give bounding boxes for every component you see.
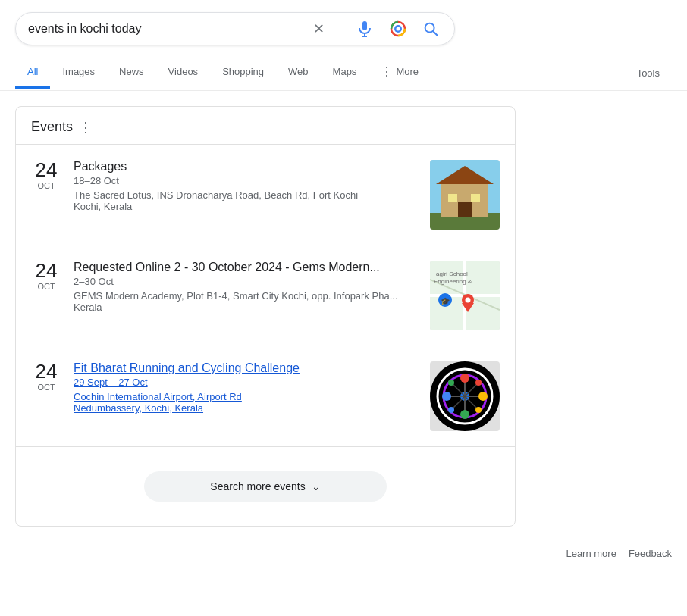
events-section-title: Events — [31, 119, 73, 135]
event-location-2b: Kerala — [74, 302, 418, 313]
event-location-1a: The Sacred Lotus, INS Dronacharya Road, … — [74, 189, 418, 201]
chevron-down-icon: ⌄ — [312, 480, 321, 492]
event-day-1: 24 — [36, 160, 58, 180]
tab-images[interactable]: Images — [50, 57, 107, 89]
tab-news[interactable]: News — [107, 57, 156, 89]
svg-rect-0 — [362, 21, 367, 30]
voice-search-button[interactable] — [353, 17, 377, 41]
search-input[interactable] — [28, 22, 304, 36]
events-header: Events ⋮ — [16, 107, 515, 145]
event-date-1: 24 OCT — [31, 160, 61, 190]
nav-tabs: All Images News Videos Shopping Web Maps… — [0, 55, 687, 91]
clear-button[interactable]: ✕ — [310, 17, 328, 40]
lens-icon — [389, 20, 407, 38]
event-thumbnail-3 — [430, 361, 500, 431]
svg-line-7 — [433, 31, 437, 35]
event-date-3: 24 OCT — [31, 361, 61, 392]
event-dates-3[interactable]: 29 Sept – 27 Oct — [74, 377, 418, 388]
event-day-3: 24 — [36, 361, 58, 381]
search-more-events-button[interactable]: Search more events ⌄ — [144, 471, 387, 502]
tab-shopping[interactable]: Shopping — [210, 57, 276, 89]
event-location-3b[interactable]: Nedumbassery, Kochi, Kerala — [74, 402, 418, 414]
event-thumbnail-2 — [430, 261, 500, 330]
event-month-1: OCT — [37, 181, 55, 190]
search-icon — [422, 20, 439, 37]
search-icons: ✕ — [310, 17, 442, 41]
event-image-2 — [430, 261, 500, 330]
event-row: 24 OCT Packages 18–28 Oct The Sacred Lot… — [16, 145, 515, 245]
feedback-link[interactable]: Feedback — [629, 548, 672, 559]
svg-point-5 — [397, 27, 400, 31]
event-date-2: 24 OCT — [31, 261, 61, 291]
event-month-2: OCT — [37, 282, 55, 291]
search-button[interactable] — [419, 17, 442, 40]
event-name-1: Packages — [74, 160, 418, 174]
event-details-2: Requested Online 2 - 30 October 2024 - G… — [74, 261, 418, 313]
event-details-3: Fit Bharat Running and Cycling Challenge… — [74, 361, 418, 414]
event-location-3a[interactable]: Cochin International Airport, Airport Rd — [74, 391, 418, 402]
tab-videos[interactable]: Videos — [156, 57, 211, 89]
tab-all[interactable]: All — [15, 57, 50, 89]
event-image-3 — [430, 361, 500, 431]
event-row-3: 24 OCT Fit Bharat Running and Cycling Ch… — [16, 346, 515, 447]
event-name-3[interactable]: Fit Bharat Running and Cycling Challenge — [74, 361, 418, 375]
event-month-3: OCT — [37, 383, 55, 392]
tab-web[interactable]: Web — [276, 57, 321, 89]
search-more-container: Search more events ⌄ — [16, 447, 515, 526]
mic-icon — [356, 20, 374, 38]
event-details-1: Packages 18–28 Oct The Sacred Lotus, INS… — [74, 160, 418, 212]
event-row-2: 24 OCT Requested Online 2 - 30 October 2… — [16, 245, 515, 346]
event-location-1b: Kochi, Kerala — [74, 201, 418, 212]
event-dates-2: 2–30 Oct — [74, 276, 418, 287]
divider — [340, 20, 340, 38]
event-image-1 — [430, 160, 500, 230]
events-container: Events ⋮ 24 OCT Packages 18–28 Oct The S… — [0, 91, 531, 542]
tab-more[interactable]: ⋮ More — [369, 55, 431, 90]
event-location-2a: GEMS Modern Academy, Plot B1-4, Smart Ci… — [74, 290, 418, 302]
search-bar-container: ✕ — [0, 0, 687, 55]
learn-more-link[interactable]: Learn more — [566, 548, 616, 559]
tab-maps[interactable]: Maps — [321, 57, 369, 89]
event-day-2: 24 — [36, 261, 58, 280]
tools-button[interactable]: Tools — [625, 58, 672, 88]
event-dates-1: 18–28 Oct — [74, 175, 418, 186]
google-lens-button[interactable] — [386, 17, 410, 41]
event-thumbnail-1 — [430, 160, 500, 230]
events-more-options[interactable]: ⋮ — [79, 120, 93, 134]
search-bar: ✕ — [15, 12, 455, 45]
events-card: Events ⋮ 24 OCT Packages 18–28 Oct The S… — [15, 106, 516, 527]
footer-links: Learn more Feedback — [0, 542, 687, 565]
search-more-label: Search more events — [210, 480, 305, 492]
event-name-2: Requested Online 2 - 30 October 2024 - G… — [74, 261, 418, 274]
